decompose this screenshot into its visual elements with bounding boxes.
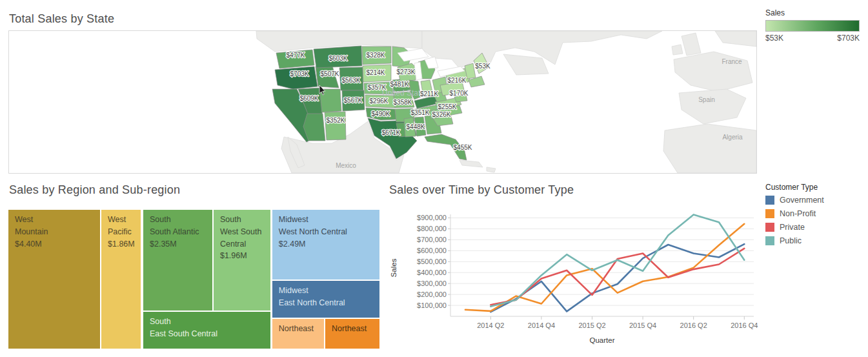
legend-item-public[interactable]: Public [765,236,862,245]
series-line-government[interactable] [490,244,744,312]
state-value-label-ok: $490K [372,110,390,117]
state-value-label-ks: $296K [370,97,389,105]
legend-item-private[interactable]: Private [765,223,862,232]
legend-label: Private [780,223,805,232]
treemap-box-west-mountain[interactable]: West Mountain $4.40M [8,210,100,349]
y-tick-label: $300,000 [417,280,447,287]
state-value-label-fl: $455K [454,144,472,151]
state-value-label-ny: $216K [448,77,467,84]
legend-label: Public [780,236,802,245]
treemap-box-northeast-2[interactable]: Northeast [325,319,379,349]
state-value-label-tn: $351K [411,109,430,116]
treemap-region-label: South [150,316,264,328]
treemap-value-label: $1.96M [220,250,264,262]
y-tick-label: $100,000 [417,301,447,309]
mexico-label: Mexico [336,162,356,169]
treemap-subregion-label: South Atlantic [150,226,206,238]
state-value-label-wi: $273K [397,68,416,76]
state-nm[interactable] [325,112,346,140]
treemap-box-west-south-central[interactable]: South West South Central $1.96M [214,210,270,311]
y-tick-label: $900,000 [417,214,447,221]
legend-label: Non-Profit [780,209,816,218]
x-tick-label: 2014 Q4 [528,321,555,329]
treemap-region-label: South [220,214,264,226]
treemap-subregion-label: West South Central [220,226,264,250]
sales-gradient-bar [765,20,860,32]
x-tick-label: 2014 Q2 [477,321,504,329]
france-label: France [722,58,742,65]
customer-type-legend-title: Customer Type [765,183,862,192]
treemap-box-northeast-1[interactable]: Northeast [272,319,324,349]
treemap-region-label: West [15,214,94,226]
state-value-label-ia: $481K [390,81,409,88]
y-tick-label: $200,000 [417,291,447,298]
treemap-region-label: Northeast [279,323,318,335]
map-title: Total Sales by State [9,12,114,26]
state-value-label-nd: $328K [367,52,385,59]
sales-legend-max: $703K [837,34,860,43]
treemap-region-label: Northeast [332,323,373,335]
treemap-region-label: Midwest [279,285,373,297]
state-value-label-sd: $214K [367,69,385,76]
state-value-label-co: $567K [344,97,363,104]
x-tick-label: 2016 Q4 [731,321,758,329]
us-choropleth-map[interactable]: United States $477K$703K$609K$507K$603K$… [9,31,756,173]
state-value-label-me: $53K [475,63,490,70]
state-value-label-mt: $603K [329,55,348,62]
treemap-value-label: $1.86M [108,238,134,250]
treemap-region-label: West [108,214,134,226]
y-tick-label: $500,000 [417,258,447,265]
legend-item-non-profit[interactable]: Non-Profit [765,209,862,218]
non-profit-swatch [765,209,774,218]
spain-shape [679,89,746,124]
state-value-label-pa: $170K [450,90,469,97]
state-value-label-wy: $563K [342,77,361,84]
sales-legend-title: Sales [765,8,860,17]
state-value-label-mo: $358K [394,99,412,106]
treemap-box-east-south-central[interactable]: South East South Central [143,312,270,349]
treemap: West Mountain $4.40M West Pacific $1.86M… [8,210,379,349]
state-value-label-or: $703K [290,70,309,77]
sales-over-time-chart[interactable]: $100,000$200,000$300,000$400,000$500,000… [386,207,762,357]
state-value-label-nc: $326K [432,111,451,118]
treemap-value-label: $2.35M [150,238,206,250]
treemap-box-west-north-central[interactable]: Midwest West North Central $2.49M [272,210,379,280]
treemap-box-west-pacific[interactable]: West Pacific $1.86M [101,210,141,349]
line-chart-title: Sales over Time by Customer Type [389,183,574,197]
x-tick-label: 2015 Q4 [629,321,656,329]
treemap-subregion-label: East North Central [279,297,373,309]
y-axis-title: Sales [390,258,398,277]
treemap-value-label: $2.49M [279,238,373,250]
treemap-subregion-label: West North Central [279,226,373,238]
spain-label: Spain [698,96,715,103]
treemap-subregion-label: Mountain [15,226,94,238]
customer-type-legend: Customer Type Government Non-Profit Priv… [765,183,862,250]
state-value-label-al: $448K [407,123,425,130]
sales-color-legend[interactable]: Sales $53K $703K [765,8,860,43]
map-panel[interactable]: United States $477K$703K$609K$507K$603K$… [8,30,757,174]
state-value-label-va: $255K [438,103,457,110]
state-value-label-nm: $352K [327,117,345,124]
public-swatch [765,236,774,245]
legend-item-government[interactable]: Government [765,196,862,205]
y-tick-label: $600,000 [417,247,447,254]
y-tick-label: $400,000 [417,269,447,276]
state-value-label-in: $211K [420,90,439,97]
treemap-box-east-north-central[interactable]: Midwest East North Central [272,281,379,318]
treemap-box-south-atlantic[interactable]: South South Atlantic $2.35M [143,210,212,311]
state-value-label-wa: $477K [287,52,305,59]
treemap-subregion-label: Pacific [108,226,134,238]
legend-label: Government [780,196,824,205]
treemap-region-label: South [150,214,206,226]
y-tick-label: $700,000 [417,236,447,243]
state-value-label-id: $507K [321,70,339,77]
state-value-label-tx: $671K [382,129,401,136]
state-value-label-nv: $609K [300,95,319,102]
private-swatch [765,223,774,232]
x-tick-label: 2015 Q2 [578,321,605,329]
government-swatch [765,196,774,205]
treemap-title: Sales by Region and Sub-region [9,183,180,197]
y-tick-label: $800,000 [417,225,447,232]
x-tick-label: 2016 Q2 [680,321,707,329]
treemap-value-label: $4.40M [15,238,94,250]
